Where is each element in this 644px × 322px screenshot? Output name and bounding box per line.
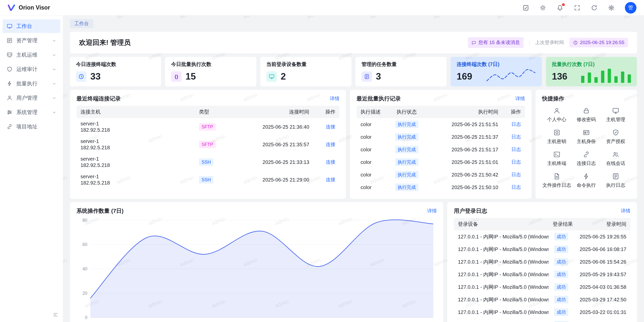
system-settings-icon bbox=[7, 109, 13, 115]
bar-sparkline bbox=[580, 67, 632, 83]
col-time: 连接时间 bbox=[233, 106, 313, 118]
log-link[interactable]: 日志 bbox=[511, 159, 521, 165]
svg-text:0: 0 bbox=[85, 315, 88, 320]
execution-row: color 执行完成 2025-06-25 21:51:17 日志 bbox=[356, 143, 525, 156]
col-device: 登录设备 bbox=[454, 218, 549, 230]
execution-status-badge: 执行完成 bbox=[395, 184, 418, 191]
notification-bell-icon[interactable] bbox=[556, 4, 564, 11]
log-link[interactable]: 日志 bbox=[511, 172, 521, 177]
quick-action-change-password[interactable]: 修改密码 bbox=[572, 107, 601, 123]
recent-connections-panel: 最近终端连接记录 详情 连接主机 类型 连接时间 操作 server-1 182… bbox=[70, 90, 346, 199]
connection-row: server-1 182.92.5.218 SFTP 2025-06-25 21… bbox=[76, 136, 339, 153]
unread-messages-text: 您有 15 条未读消息 bbox=[478, 39, 520, 46]
chevron-down-icon bbox=[52, 96, 56, 100]
connection-row: server-1 182.92.5.218 SSH 2025-06-25 21:… bbox=[76, 153, 339, 171]
login-result-badge: 成功 bbox=[554, 296, 568, 303]
sidebar-item-batch-exec[interactable]: 批量执行 bbox=[3, 77, 60, 90]
sidebar-item-users[interactable]: 用户管理 bbox=[3, 91, 60, 105]
quick-action-connect-log[interactable]: 连接日志 bbox=[572, 151, 601, 167]
quick-action-file-log[interactable]: 文件操作日志 bbox=[542, 173, 572, 189]
col-desc: 执行描述 bbox=[356, 106, 386, 118]
sidebar-item-system[interactable]: 系统管理 bbox=[3, 105, 60, 119]
fullscreen-icon[interactable] bbox=[574, 4, 581, 11]
execution-desc: color bbox=[356, 143, 386, 156]
notification-dot bbox=[562, 3, 565, 6]
sidebar-item-host-ops[interactable]: 主机运维 bbox=[3, 48, 60, 62]
sidebar-item-label: 用户管理 bbox=[16, 94, 48, 101]
quick-action-host-key[interactable]: 主机密钥 bbox=[542, 129, 572, 145]
execution-time: 2025-06-25 21:51:37 bbox=[427, 131, 502, 143]
quick-action-asset-grant[interactable]: 资产授权 bbox=[601, 129, 630, 145]
host-ip: 182.92.5.218 bbox=[80, 145, 191, 151]
task-square-icon[interactable] bbox=[522, 4, 529, 11]
quick-action-label: 主机身份 bbox=[577, 138, 596, 145]
last-login-time: 2025-06-25 19:26:55 bbox=[580, 40, 624, 45]
login-logs-table: 登录设备 登录结果 登录时间 127.0.0.1 - 内网IP - Mozill… bbox=[454, 218, 630, 322]
login-log-row: 127.0.0.1 - 内网IP - Mozilla/5.0 (Windows … bbox=[454, 293, 630, 306]
workbench-icon bbox=[7, 23, 13, 29]
login-log-row: 127.0.0.1 - 内网IP - Mozilla/5.0 (Windows … bbox=[454, 318, 630, 322]
theme-sun-icon[interactable] bbox=[539, 4, 546, 11]
connect-link[interactable]: 连接 bbox=[326, 124, 335, 129]
stat-value: 3 bbox=[376, 71, 381, 82]
refresh-icon[interactable] bbox=[591, 4, 598, 11]
sidebar-item-project-link[interactable]: 项目地址 bbox=[3, 120, 60, 133]
login-time: 2025-06-06 16:08:17 bbox=[574, 243, 630, 256]
quick-action-exec-log[interactable]: 执行日志 bbox=[601, 173, 630, 189]
log-link[interactable]: 日志 bbox=[511, 122, 521, 127]
log-link[interactable]: 日志 bbox=[511, 147, 521, 152]
col-action: 操作 bbox=[313, 106, 339, 118]
sidebar-item-workbench[interactable]: 工作台 bbox=[3, 19, 60, 33]
identity-card-icon bbox=[583, 129, 590, 136]
quick-action-personal-center[interactable]: 个人中心 bbox=[542, 107, 572, 123]
app-logo[interactable]: Orion Visor bbox=[8, 4, 50, 12]
login-logs-detail-link[interactable]: 详情 bbox=[621, 208, 630, 214]
sidebar-item-label: 项目地址 bbox=[16, 123, 56, 130]
quick-action-command-exec[interactable]: 命令执行 bbox=[572, 173, 601, 189]
execution-desc: color bbox=[356, 156, 386, 168]
login-result-badge: 成功 bbox=[554, 258, 568, 266]
breadcrumb[interactable]: 工作台 bbox=[70, 19, 93, 28]
connections-detail-link[interactable]: 详情 bbox=[330, 95, 339, 102]
col-result: 登录结果 bbox=[549, 218, 574, 230]
welcome-banner: 欢迎回来! 管理员 您有 15 条未读消息 上次登录时间 2025-06-25 … bbox=[70, 32, 637, 53]
recent-executions-panel: 最近批量执行记录 详情 执行描述 执行状态 执行时间 操作 color 执行完成… bbox=[350, 90, 531, 199]
connection-time: 2025-06-25 21:35:57 bbox=[233, 136, 313, 153]
device-monitor-icon bbox=[266, 71, 277, 82]
login-time: 2025-03-22 00:42:34 bbox=[574, 318, 630, 322]
svg-text:20: 20 bbox=[83, 291, 88, 296]
log-link[interactable]: 日志 bbox=[511, 185, 521, 190]
quick-action-host-identity[interactable]: 主机身份 bbox=[572, 129, 601, 145]
connect-link[interactable]: 连接 bbox=[326, 177, 335, 182]
quick-action-online-session[interactable]: 在线会话 bbox=[601, 151, 630, 167]
sidebar-item-label: 资产管理 bbox=[16, 37, 48, 44]
quick-action-host-terminal[interactable]: 主机终端 bbox=[542, 151, 572, 167]
execution-time: 2025-06-25 21:50:10 bbox=[427, 181, 502, 194]
sidebar-collapse-button[interactable] bbox=[51, 310, 60, 319]
stat-value: 169 bbox=[457, 71, 472, 82]
executions-detail-link[interactable]: 详情 bbox=[515, 95, 525, 102]
settings-gear-icon[interactable] bbox=[608, 4, 615, 11]
sidebar-item-audit[interactable]: 运维审计 bbox=[3, 62, 60, 76]
stat-card-devices: 当前登录设备数量 2 bbox=[260, 57, 351, 86]
quick-action-host-manage[interactable]: 主机管理 bbox=[601, 107, 630, 123]
header-actions: 管 bbox=[522, 2, 636, 14]
login-log-row: 127.0.0.1 - 内网IP - Mozilla/5.0 (Windows … bbox=[454, 306, 630, 318]
user-avatar[interactable]: 管 bbox=[625, 2, 636, 14]
host-name: server-1 bbox=[80, 156, 191, 162]
audit-shield-icon bbox=[7, 66, 13, 72]
connection-type-badge: SSH bbox=[199, 158, 213, 166]
connect-link[interactable]: 连接 bbox=[326, 142, 335, 147]
sidebar-item-assets[interactable]: 资产管理 bbox=[3, 34, 60, 47]
log-link[interactable]: 日志 bbox=[511, 134, 521, 139]
chevron-down-icon bbox=[52, 53, 56, 57]
login-device: 127.0.0.1 - 内网IP - Mozilla/5.0 (Windows … bbox=[454, 293, 549, 306]
execution-time: 2025-06-25 21:51:01 bbox=[427, 156, 502, 168]
col-time: 执行时间 bbox=[427, 106, 502, 118]
unread-messages-badge[interactable]: 您有 15 条未读消息 bbox=[468, 37, 524, 48]
connection-type-badge: SFTP bbox=[199, 141, 216, 148]
chart-detail-link[interactable]: 详情 bbox=[427, 208, 437, 214]
col-time: 登录时间 bbox=[574, 218, 630, 230]
bottom-row: 系统操作数量 (7日) 详情 0204060802025-06-192025-0… bbox=[70, 202, 637, 322]
connect-link[interactable]: 连接 bbox=[326, 159, 335, 165]
